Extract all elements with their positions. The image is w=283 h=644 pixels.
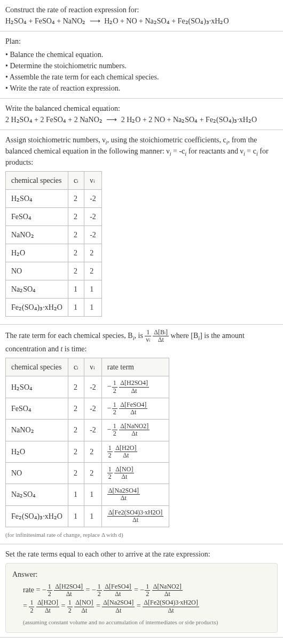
cell-c: 1 bbox=[68, 299, 84, 317]
minus-sign: − bbox=[107, 382, 112, 390]
text: , using the stoichiometric coefficients,… bbox=[107, 136, 226, 144]
delta-frac: Δ[H2SO4]Δt bbox=[54, 583, 84, 598]
delta-frac: Δ[NaNO2]Δt bbox=[152, 583, 183, 598]
cell-c: 2 bbox=[68, 441, 84, 462]
plan-list: Balance the chemical equation. Determine… bbox=[5, 49, 278, 94]
col-species: chemical species bbox=[6, 172, 68, 190]
coef-frac: 12 bbox=[107, 445, 113, 459]
answer-label: Answer: bbox=[12, 569, 271, 580]
cell-species: H₂O bbox=[6, 441, 68, 462]
delta-frac: Δ[H2O]Δt bbox=[36, 599, 59, 614]
delta-frac: Δ[FeSO4]Δt bbox=[104, 583, 132, 598]
text: The rate term for each chemical species,… bbox=[5, 332, 133, 340]
answer-line1: rate = −12 Δ[H2SO4]Δt = −12 Δ[FeSO4]Δt =… bbox=[23, 582, 271, 599]
arrow-icon: ⟶ bbox=[106, 114, 117, 125]
cell-v: -2 bbox=[84, 420, 102, 441]
coef-frac: 12 bbox=[67, 599, 73, 614]
col-rate: rate term bbox=[101, 358, 169, 376]
coef-frac: 12 bbox=[47, 583, 52, 598]
delta-frac: Δ[Na2SO4]Δt bbox=[102, 599, 135, 614]
minus-sign: − bbox=[92, 586, 96, 594]
frac: 1 νᵢ bbox=[145, 329, 151, 343]
plan-item: Balance the chemical equation. bbox=[5, 49, 278, 60]
plan-section: Plan: Balance the chemical equation. Det… bbox=[0, 31, 283, 99]
table-row: Fe₂(SO₄)₃·xH₂O 1 1 bbox=[6, 299, 102, 317]
table-footnote: (for infinitesimal rate of change, repla… bbox=[5, 530, 278, 540]
col-c: cᵢ bbox=[68, 172, 84, 190]
table-row: FeSO₄ 2 -2 bbox=[6, 208, 102, 226]
answer-caption: (assuming constant volume and no accumul… bbox=[23, 618, 271, 627]
final-heading: Set the rate terms equal to each other t… bbox=[5, 549, 278, 560]
cell-species: Fe₂(SO₄)₃·xH₂O bbox=[6, 505, 68, 527]
cell-c: 2 bbox=[68, 226, 84, 244]
final-section: Set the rate terms equal to each other t… bbox=[0, 544, 283, 638]
cell-v: 1 bbox=[84, 484, 102, 505]
rate-label: rate bbox=[23, 586, 34, 594]
rate-table: chemical species cᵢ νᵢ rate term H₂SO₄ 2… bbox=[5, 358, 169, 527]
intro-equation: H₂SO₄ + FeSO₄ + NaNO₂ ⟶ H₂O + NO + Na₂SO… bbox=[5, 15, 278, 27]
text: = c bbox=[245, 147, 256, 155]
cell-v: 1 bbox=[84, 505, 102, 527]
minus-sign: − bbox=[107, 425, 112, 433]
text: for reactants and ν bbox=[186, 147, 243, 155]
cell-species: Na₂SO₄ bbox=[6, 280, 68, 299]
cell-species: H₂SO₄ bbox=[6, 376, 68, 398]
table-row: Fe₂(SO₄)₃·xH₂O 1 1 Δ[Fe2(SO4)3·xH2O]Δt bbox=[6, 505, 169, 527]
coef-frac: 12 bbox=[97, 583, 102, 598]
text: Assign stoichiometric numbers, ν bbox=[5, 136, 106, 144]
cell-species: FeSO₄ bbox=[6, 208, 68, 226]
text: where [B bbox=[171, 332, 199, 340]
table-row: NO 2 2 12 Δ[NO]Δt bbox=[6, 462, 169, 484]
cell-v: -2 bbox=[84, 398, 102, 419]
cell-c: 2 bbox=[68, 208, 84, 226]
cell-v: 2 bbox=[84, 441, 102, 462]
table-row: H₂SO₄ 2 -2 bbox=[6, 190, 102, 208]
coef-frac: 12 bbox=[107, 466, 113, 480]
cell-v: 2 bbox=[84, 244, 102, 262]
text: is time: bbox=[62, 345, 87, 353]
cell-v: -2 bbox=[84, 190, 102, 208]
cell-species: NO bbox=[6, 462, 68, 484]
answer-line2: = 12 Δ[H2O]Δt = 12 Δ[NO]Δt = Δ[Na2SO4]Δt… bbox=[23, 598, 271, 615]
coef-frac: 12 bbox=[112, 380, 117, 394]
plan-heading: Plan: bbox=[5, 36, 278, 47]
col-v: νᵢ bbox=[84, 358, 102, 376]
minus-sign: − bbox=[42, 586, 46, 594]
cell-species: Fe₂(SO₄)₃·xH₂O bbox=[6, 299, 68, 317]
cell-v: 2 bbox=[84, 462, 102, 484]
cell-rate: 12 Δ[NO]Δt bbox=[101, 462, 169, 484]
balanced-equation: 2 H₂SO₄ + 2 FeSO₄ + 2 NaNO₂ ⟶ 2 H₂O + 2 … bbox=[5, 114, 278, 125]
balanced-heading: Write the balanced chemical equation: bbox=[5, 103, 278, 114]
den: νᵢ bbox=[145, 336, 151, 343]
cell-c: 2 bbox=[68, 262, 84, 280]
den: Δt bbox=[153, 336, 169, 343]
cell-c: 2 bbox=[68, 190, 84, 208]
cell-species: Na₂SO₄ bbox=[6, 484, 68, 505]
cell-v: -2 bbox=[84, 208, 102, 226]
cell-species: FeSO₄ bbox=[6, 398, 68, 419]
answer-box: Answer: rate = −12 Δ[H2SO4]Δt = −12 Δ[Fe… bbox=[5, 563, 278, 633]
table-row: H₂O 2 2 bbox=[6, 244, 102, 262]
plan-item: Determine the stoichiometric numbers. bbox=[5, 60, 278, 71]
cell-v: -2 bbox=[84, 376, 102, 398]
delta-frac: Δ[NaNO2]Δt bbox=[119, 423, 150, 437]
assign-section: Assign stoichiometric numbers, νi, using… bbox=[0, 130, 283, 325]
text: , is bbox=[135, 332, 145, 340]
cell-c: 2 bbox=[68, 376, 84, 398]
assign-text: Assign stoichiometric numbers, νi, using… bbox=[5, 134, 278, 168]
table-header-row: chemical species cᵢ νᵢ rate term bbox=[6, 358, 169, 376]
balanced-section: Write the balanced chemical equation: 2 … bbox=[0, 99, 283, 130]
num: 1 bbox=[145, 329, 151, 336]
coef-frac: 12 bbox=[29, 599, 34, 614]
cell-v: 2 bbox=[84, 262, 102, 280]
cell-rate: Δ[Na2SO4]Δt bbox=[101, 484, 169, 505]
table-row: Na₂SO₄ 1 1 Δ[Na2SO4]Δt bbox=[6, 484, 169, 505]
cell-c: 1 bbox=[68, 505, 84, 527]
intro-lhs: H₂SO₄ + FeSO₄ + NaNO₂ bbox=[5, 17, 85, 25]
stoich-table: chemical species cᵢ νᵢ H₂SO₄ 2 -2FeSO₄ 2… bbox=[5, 171, 102, 317]
coef-frac: 12 bbox=[145, 583, 150, 598]
cell-species: NaNO₂ bbox=[6, 420, 68, 441]
col-species: chemical species bbox=[6, 358, 68, 376]
table-header-row: chemical species cᵢ νᵢ bbox=[6, 172, 102, 190]
cell-v: 1 bbox=[84, 280, 102, 299]
